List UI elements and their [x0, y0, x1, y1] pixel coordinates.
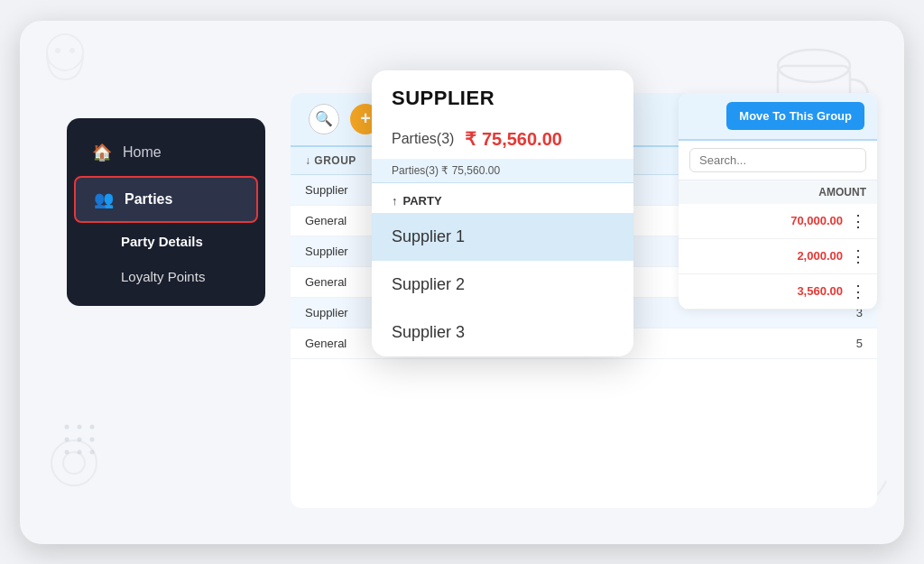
svg-point-29 [65, 449, 69, 454]
sidebar-item-label-parties: Parties [125, 191, 172, 208]
popup-supplier-item[interactable]: Supplier 2 [372, 261, 633, 309]
right-panel-row[interactable]: 3,560.00 ⋮ [679, 274, 877, 310]
menu-dots-icon[interactable]: ⋮ [850, 211, 866, 231]
move-to-group-button[interactable]: Move To This Group [726, 102, 864, 130]
home-icon: 🏠 [92, 143, 112, 162]
svg-point-24 [78, 424, 82, 429]
svg-point-0 [778, 50, 850, 82]
right-panel-search [679, 141, 877, 180]
sidebar-item-label-home: Home [123, 144, 162, 161]
parties-badge: Parties(3) [392, 131, 454, 147]
svg-point-27 [78, 437, 82, 441]
svg-point-5 [51, 440, 97, 485]
right-panel-row[interactable]: 2,000.00 ⋮ [679, 239, 877, 274]
supplier-popup-header: SUPPLIER [372, 70, 633, 119]
popup-sub-stats: Parties(3) ₹ 75,560.00 [372, 159, 633, 183]
supplier-popup-title: SUPPLIER [392, 87, 614, 110]
sidebar-sub-party-details[interactable]: Party Details [74, 225, 258, 258]
svg-point-31 [90, 449, 95, 454]
svg-point-26 [65, 437, 69, 441]
sidebar-sub-loyalty-points[interactable]: Loyalty Points [74, 260, 258, 293]
arrow-up-icon: ↑ [392, 194, 398, 208]
svg-point-2 [47, 34, 83, 70]
search-icon: 🔍 [315, 110, 333, 127]
svg-point-6 [63, 452, 85, 474]
svg-point-4 [69, 48, 75, 53]
menu-dots-icon[interactable]: ⋮ [850, 282, 866, 301]
amount-cell: 3,560.00 [797, 284, 843, 298]
amount-cell: 70,000.00 [790, 214, 843, 227]
right-panel: Move To This Group AMOUNT 70,000.00 ⋮ 2,… [679, 93, 877, 310]
svg-point-28 [90, 437, 95, 441]
right-panel-amount-header: AMOUNT [679, 180, 877, 204]
party-details-label: Party Details [121, 234, 203, 249]
supplier-popup-stats: Parties(3) ₹ 75,560.00 [372, 119, 633, 159]
right-panel-header: Move To This Group [679, 93, 877, 141]
svg-point-30 [78, 449, 82, 454]
popup-section-header: ↑ PARTY [372, 183, 633, 213]
popup-supplier-item[interactable]: Supplier 3 [372, 309, 633, 356]
parties-icon: 👥 [94, 190, 114, 209]
svg-point-23 [65, 424, 69, 429]
supplier-popup: SUPPLIER Parties(3) ₹ 75,560.00 Parties(… [372, 70, 633, 356]
right-panel-row[interactable]: 70,000.00 ⋮ [679, 204, 877, 239]
app-container: 🏠 Home 👥 Parties Party Details Loyalty P… [20, 21, 904, 544]
svg-point-3 [55, 48, 60, 53]
svg-point-25 [90, 424, 95, 429]
party-count-cell: 5 [790, 337, 863, 350]
party-section-label: PARTY [403, 194, 442, 208]
amount-badge: ₹ 75,560.00 [465, 128, 562, 150]
sidebar: 🏠 Home 👥 Parties Party Details Loyalty P… [67, 118, 265, 306]
amount-cell: 2,000.00 [797, 249, 843, 263]
right-panel-search-input[interactable] [689, 148, 866, 172]
loyalty-points-label: Loyalty Points [121, 269, 205, 284]
add-icon: + [360, 108, 371, 129]
popup-supplier-item[interactable]: Supplier 1 [372, 213, 633, 261]
sidebar-item-home[interactable]: 🏠 Home [74, 131, 258, 174]
search-button[interactable]: 🔍 [309, 104, 339, 134]
sidebar-item-parties[interactable]: 👥 Parties [74, 176, 258, 223]
menu-dots-icon[interactable]: ⋮ [850, 246, 866, 266]
